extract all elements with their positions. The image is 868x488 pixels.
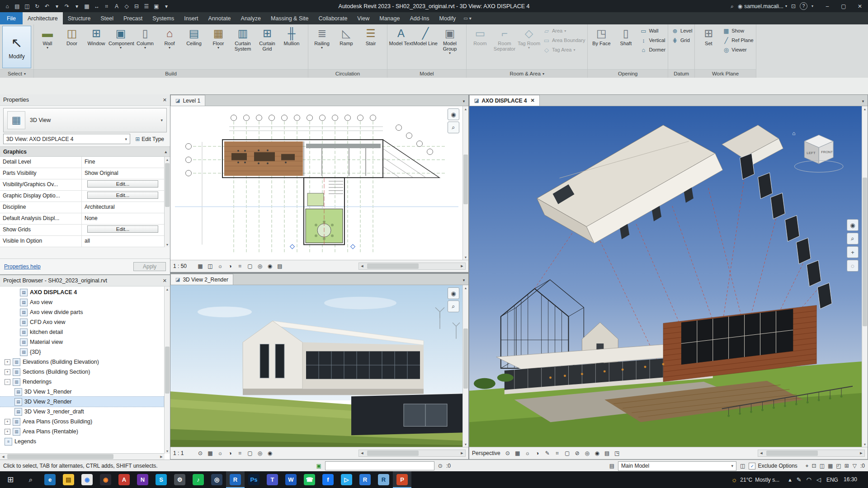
modify-button[interactable]: ↖ Modify: [2, 26, 31, 68]
stair-button[interactable]: ☰ Stair ▾: [359, 25, 383, 69]
wall-opening-button[interactable]: ▭ Wall ▾: [640, 27, 665, 34]
detail-level-icon[interactable]: ◫: [206, 262, 214, 270]
tree-item[interactable]: ≡ Legends: [0, 436, 164, 446]
orbit-icon[interactable]: ◌: [847, 260, 859, 272]
tree-item[interactable]: ▤ 3D View 1_Render: [0, 387, 164, 397]
tree-item[interactable]: ▤ CFD Axo view: [0, 317, 164, 327]
tree-expander[interactable]: +: [5, 359, 10, 365]
ref-plane-button[interactable]: ╱ Ref Plane ▾: [722, 37, 753, 44]
help-dropdown-icon[interactable]: ▾: [811, 4, 813, 8]
tree-item[interactable]: ▤ AXO DISPLACE 4: [0, 287, 164, 297]
active-workset-select[interactable]: Main Model ▾: [618, 461, 736, 471]
zoom-icon[interactable]: ⌕: [448, 122, 459, 133]
drag-on-selection-icon[interactable]: ⊞: [844, 463, 849, 469]
taskbar-autodesk[interactable]: A: [115, 471, 133, 488]
tree-item[interactable]: + ▥ Sections (Building Section): [0, 367, 164, 377]
level-button[interactable]: ⊕ Level ▾: [671, 27, 692, 34]
model-group-button[interactable]: ▣ Model Group ▾: [438, 25, 462, 69]
tab-steel[interactable]: Steel: [95, 12, 118, 24]
taskbar-powerpoint[interactable]: P: [393, 471, 411, 488]
shadows-icon[interactable]: ◑: [226, 262, 234, 270]
link-icon[interactable]: ◫: [820, 463, 825, 469]
thin-lines-icon[interactable]: ☰: [142, 1, 151, 11]
help-button[interactable]: ?: [800, 2, 807, 10]
show-rendering-dialog-icon[interactable]: ⊙: [196, 449, 204, 457]
scroll-thumb[interactable]: [463, 328, 468, 389]
properties-help-link[interactable]: Properties help: [4, 263, 41, 270]
tree-expander[interactable]: +: [5, 369, 10, 375]
show-rendering-dialog-icon[interactable]: ⊙: [504, 449, 512, 457]
displace-elements-icon[interactable]: ◳: [613, 449, 621, 457]
crop-region-icon[interactable]: ▢: [563, 449, 571, 457]
undo-dropdown-icon[interactable]: ▾: [52, 1, 62, 11]
start-button[interactable]: ⊞: [0, 471, 21, 488]
scroll-thumb[interactable]: [7, 454, 113, 459]
property-value[interactable]: None: [85, 215, 98, 221]
hide-isolate-icon[interactable]: ◎: [583, 449, 591, 457]
crop-view-icon[interactable]: ⌗: [236, 449, 244, 457]
reveal-hidden-icon[interactable]: ◉: [266, 262, 274, 270]
render-canvas[interactable]: ◉⌕ ▲ ▼: [170, 285, 468, 447]
tab-list-dropdown-icon[interactable]: ▾: [459, 278, 468, 285]
measure-icon[interactable]: ↔: [92, 1, 102, 11]
taskbar-revit[interactable]: R: [226, 471, 245, 488]
aligned-dimension-icon[interactable]: ⌗: [102, 1, 112, 11]
text-icon[interactable]: A: [112, 1, 122, 11]
sync-icon[interactable]: ↻: [32, 1, 42, 11]
panel-label[interactable]: Build ▾: [34, 69, 308, 78]
scroll-thumb[interactable]: [165, 163, 170, 207]
select-underlay-icon[interactable]: ◰: [836, 463, 841, 469]
redo-icon[interactable]: ↷: [62, 1, 72, 11]
property-value[interactable]: all: [85, 238, 90, 244]
axo-canvas[interactable]: ⌂ LEFT FRONT ◉⌕+◌ ▲ ▼: [469, 106, 868, 447]
properties-scrollbar[interactable]: ▲ ▼: [164, 157, 170, 247]
tree-item[interactable]: − ▥ Renderings: [0, 377, 164, 387]
close-icon[interactable]: ✕: [163, 97, 167, 103]
maximize-button[interactable]: ▢: [835, 0, 852, 12]
taskbar-spotify[interactable]: ♪: [189, 471, 208, 488]
volume-icon[interactable]: ◁: [816, 476, 821, 483]
edit-type-button[interactable]: ⊞ Edit Type: [132, 134, 167, 144]
undo-icon[interactable]: ↶: [42, 1, 52, 11]
worksharing-display-icon[interactable]: ⊡: [812, 463, 816, 469]
mullion-button[interactable]: ╫ Mullion ▾: [279, 25, 304, 69]
property-row[interactable]: Parts Visibility Show Original Show Orig…: [0, 168, 170, 179]
tree-item[interactable]: + ▥ Elevations (Building Elevation): [0, 357, 164, 367]
sketchy-lines-icon[interactable]: ✎: [543, 449, 552, 457]
search-icon[interactable]: ⌕: [731, 3, 734, 9]
viewer-button[interactable]: ◎ Viewer ▾: [722, 46, 753, 53]
steering-wheel-icon[interactable]: ◉: [448, 108, 459, 120]
window-button[interactable]: ⊞ Window ▾: [84, 25, 108, 69]
set-work-plane-button[interactable]: ⊞ Set ▾: [696, 25, 721, 69]
taskbar-onenote[interactable]: N: [133, 471, 152, 488]
graphics-section-header[interactable]: Graphics ▴: [0, 146, 170, 157]
editable-only-icon[interactable]: ⌖: [806, 463, 809, 469]
tree-item[interactable]: ▤ kitchen detail: [0, 327, 164, 337]
minimize-button[interactable]: –: [819, 0, 835, 12]
tab-manage[interactable]: Manage: [374, 12, 405, 24]
type-combo[interactable]: 3D View: AXO DISPLACE 4 ▾: [3, 134, 130, 144]
save-icon[interactable]: ◫: [22, 1, 32, 11]
taskbar-teams[interactable]: T: [263, 471, 282, 488]
taskbar-search-icon[interactable]: ⌕: [21, 471, 41, 488]
type-selector[interactable]: ▦ 3D View ▾: [3, 108, 167, 132]
view-tab-render[interactable]: ◪ 3D View 2_Render: [170, 274, 233, 285]
model-text-button[interactable]: A Model Text ▾: [389, 25, 413, 69]
sun-path-icon[interactable]: ☼: [216, 449, 224, 457]
scale-button[interactable]: 1 : 1: [173, 450, 193, 456]
scroll-thumb[interactable]: [766, 450, 818, 456]
plan-hscrollbar[interactable]: ◀ ▶: [359, 263, 466, 270]
curtain-grid-button[interactable]: ⊞ Curtain Grid ▾: [255, 25, 279, 69]
property-row[interactable]: Visible In Option all all: [0, 236, 170, 247]
app-store-icon[interactable]: ⊡: [791, 3, 796, 9]
tab-list-dropdown-icon[interactable]: ▾: [859, 99, 868, 106]
shaft-button[interactable]: ▯ Shaft ▾: [613, 25, 638, 69]
scroll-thumb[interactable]: [367, 450, 419, 456]
ceiling-button[interactable]: ▤ Ceiling ▾: [182, 25, 206, 69]
zoom-icon[interactable]: ⌕: [847, 233, 859, 244]
tab-precast[interactable]: Precast: [118, 12, 147, 24]
tray-expand-icon[interactable]: ▴: [788, 476, 792, 483]
viewcube-home-icon[interactable]: ⌂: [792, 130, 795, 136]
filter-icon[interactable]: ▽: [853, 463, 857, 469]
tree-item[interactable]: ▤ 3D View 2_Render: [0, 397, 164, 407]
